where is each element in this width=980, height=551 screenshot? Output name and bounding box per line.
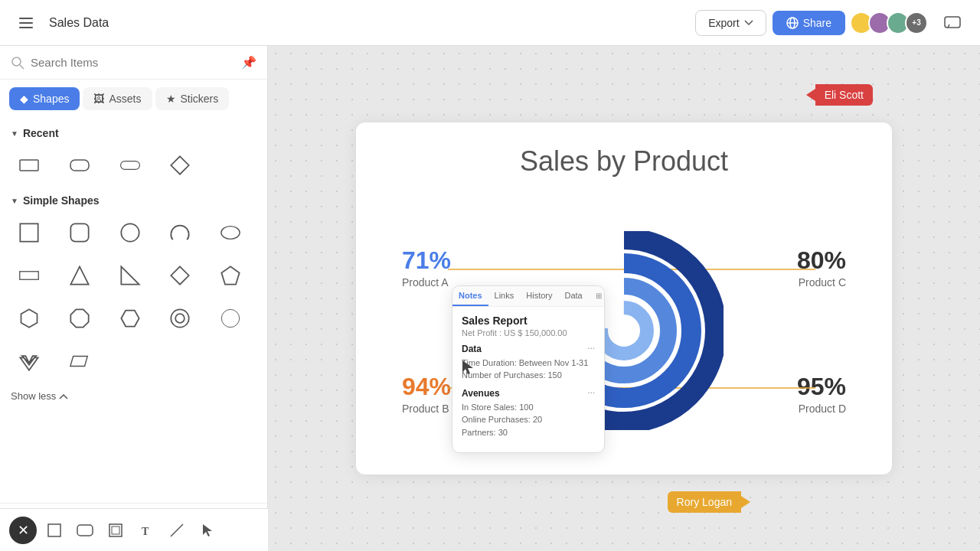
shape-right-triangle[interactable] (112, 257, 149, 294)
product-a-label: Product A (402, 276, 451, 289)
frame-icon (108, 523, 123, 538)
svg-text:T: T (142, 526, 149, 537)
popup-tab-data[interactable]: Data (558, 286, 588, 306)
chevron-up-icon (59, 393, 68, 399)
product-b-label: Product B (402, 403, 451, 415)
shape-rect[interactable] (11, 147, 47, 184)
rounded-rect-icon (76, 523, 94, 537)
popup-data-line2: Number of Purchases: 150 (462, 369, 595, 382)
svg-point-7 (12, 57, 21, 66)
tab-assets[interactable]: 🖼 Assets (83, 87, 152, 110)
shape-circle-thin[interactable] (212, 300, 249, 337)
shape-chevron-down[interactable] (11, 343, 47, 380)
svg-line-42 (171, 524, 183, 536)
shape-hexagon-flat[interactable] (112, 300, 149, 337)
export-label: Export (708, 17, 739, 29)
topbar-right (937, 8, 968, 38)
rory-arrow (741, 496, 750, 508)
shape-circle-ring[interactable] (162, 300, 198, 337)
tool-square[interactable] (41, 517, 67, 543)
percent-80: 80% (797, 246, 846, 275)
popup-section-avenues: Avenues ⋯ In Store Sales: 100 Online Pur… (462, 388, 595, 439)
share-button[interactable]: Share (773, 11, 845, 35)
tool-line[interactable] (164, 517, 190, 543)
topbar: Sales Data Export Share +3 (0, 0, 980, 46)
svg-marker-22 (21, 309, 38, 327)
shape-octagon[interactable] (61, 300, 98, 337)
tab-stickers[interactable]: ★ Stickers (155, 87, 230, 110)
shape-stadium[interactable] (112, 147, 149, 184)
popup-icon-1[interactable]: ⊞ (593, 291, 604, 302)
shapes-scroll: ▼ Recent ▼ Simple Shapes (0, 115, 267, 503)
svg-rect-14 (70, 223, 88, 241)
section-simple-label: Simple Shapes (23, 194, 100, 207)
globe-icon (786, 17, 799, 29)
topbar-left: Sales Data (12, 9, 686, 37)
label-product-c: 80% Product C (797, 246, 846, 289)
collaborators-avatars: +3 (854, 11, 928, 34)
close-button[interactable]: ✕ (9, 517, 37, 544)
shape-rectangle[interactable] (11, 257, 47, 294)
tool-rounded-rect[interactable] (72, 517, 98, 543)
percent-95: 95% (797, 373, 846, 401)
tool-frame[interactable] (103, 517, 129, 543)
svg-rect-9 (20, 160, 38, 171)
chat-button[interactable] (937, 8, 968, 38)
section-recent[interactable]: ▼ Recent (11, 127, 256, 139)
expand-icon[interactable]: ⋯ (587, 344, 595, 353)
tool-text[interactable]: T (133, 517, 159, 543)
popup-card: Notes Links History Data ⊞ ↔ ⊟ □ ✕ Sales… (452, 285, 605, 454)
assets-label: Assets (109, 93, 141, 105)
eli-arrow (806, 89, 815, 101)
shape-square[interactable] (11, 214, 47, 251)
tab-shapes[interactable]: ◆ Shapes (9, 87, 80, 110)
svg-marker-28 (20, 357, 38, 370)
popup-tab-history[interactable]: History (520, 286, 558, 306)
shape-diamond[interactable] (162, 147, 198, 184)
shape-oval[interactable] (212, 214, 249, 251)
svg-marker-43 (203, 524, 212, 536)
shape-pentagon[interactable] (212, 257, 249, 294)
svg-marker-12 (172, 156, 189, 174)
search-input[interactable] (31, 56, 235, 69)
triangle-icon: ▼ (11, 129, 18, 138)
menu-button[interactable] (12, 9, 40, 37)
product-d-label: Product D (797, 403, 846, 415)
export-button[interactable]: Export (695, 10, 766, 36)
pin-icon[interactable]: 📌 (241, 55, 256, 70)
shape-arc[interactable] (162, 214, 198, 251)
rory-badge: Rory Logan (668, 491, 750, 513)
expand-icon-2[interactable]: ⋯ (587, 389, 595, 397)
shape-rounded-square[interactable] (61, 214, 98, 251)
percent-71: 71% (402, 246, 451, 275)
svg-point-16 (221, 227, 240, 240)
tool-pointer[interactable] (194, 517, 220, 543)
chat-icon (943, 14, 962, 32)
line-tool-icon (169, 523, 185, 538)
popup-section-avenues-title: Avenues ⋯ (462, 388, 595, 399)
svg-rect-2 (19, 27, 33, 28)
canvas-area[interactable]: Sales by Product 71% Product A 80% Produ… (268, 46, 980, 551)
shape-hexagon[interactable] (11, 300, 47, 337)
svg-rect-37 (48, 524, 60, 536)
chevron-down-icon (744, 20, 753, 26)
svg-rect-1 (19, 22, 33, 24)
eli-name: Eli Scott (815, 84, 873, 106)
recent-shapes-grid (11, 147, 256, 184)
popup-tab-notes[interactable]: Notes (452, 286, 488, 306)
eli-badge: Eli Scott (806, 84, 873, 106)
popup-title: Sales Report (462, 315, 595, 327)
show-less-button[interactable]: Show less (11, 390, 68, 402)
shape-triangle[interactable] (61, 257, 98, 294)
shape-diamond2[interactable] (162, 257, 198, 294)
simple-shapes-grid (11, 214, 256, 380)
popup-tab-links[interactable]: Links (488, 286, 521, 306)
shape-rounded-rect[interactable] (61, 147, 98, 184)
svg-point-15 (121, 223, 139, 241)
shape-circle[interactable] (112, 214, 149, 251)
shape-parallelogram[interactable] (61, 343, 98, 380)
text-tool-icon: T (139, 523, 154, 538)
stickers-label: Stickers (181, 93, 219, 105)
svg-marker-18 (70, 266, 88, 284)
section-simple[interactable]: ▼ Simple Shapes (11, 194, 256, 207)
